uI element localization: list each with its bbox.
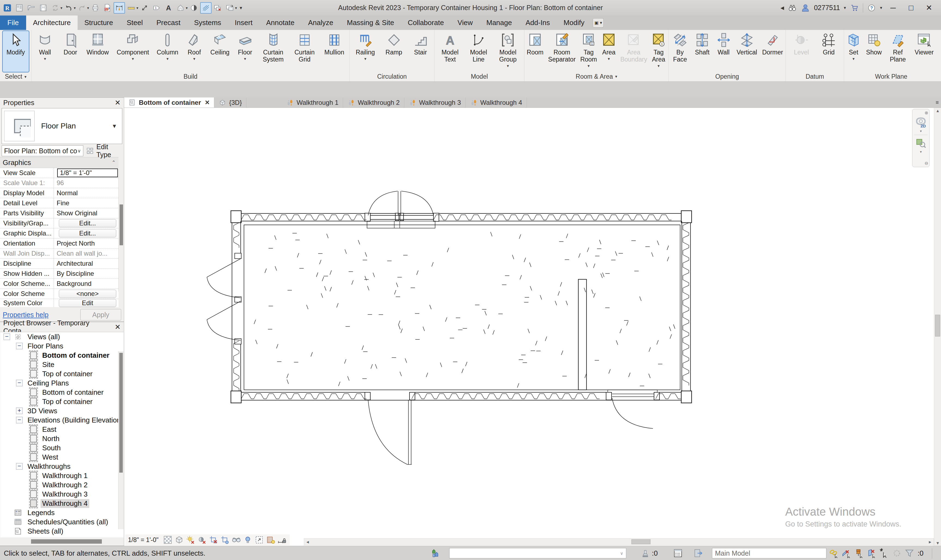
tag-room-button[interactable]: 1Tag Room▾ [578, 31, 599, 68]
view-tab-walkthrough-1[interactable]: Walkthrough 1 [282, 97, 343, 108]
redo-dropdown-icon[interactable]: ▾ [87, 6, 89, 10]
reveal-hidden-elements-icon[interactable] [243, 535, 253, 545]
crop-view-icon[interactable] [209, 535, 218, 545]
property-row[interactable]: Show Hidden ...By Discipline [0, 269, 118, 279]
view-tab-list-icon[interactable]: ≡ [936, 97, 941, 108]
navigation-bar[interactable]: ⊗ 2D ▾ ▾ ⊖ [912, 109, 930, 167]
switch-windows-dropdown-icon[interactable]: ▾ [235, 6, 237, 10]
app-store-cart-icon[interactable] [850, 3, 859, 12]
opening-by-face-button[interactable]: By Face [670, 31, 691, 63]
navbar-collapse-icon[interactable]: ⊖ [925, 161, 928, 166]
vertical-scrollbar[interactable]: ▲ ▼ [934, 108, 941, 546]
analytical-model-icon[interactable] [266, 535, 275, 545]
project-browser-close-icon[interactable]: ✕ [115, 323, 121, 331]
tree-item-sheets[interactable]: Sheets (all) [0, 526, 124, 536]
apply-button[interactable]: Apply [80, 309, 121, 320]
print-icon[interactable] [89, 2, 101, 14]
property-row[interactable]: View Scale1/8" = 1'-0" [0, 168, 118, 178]
shaft-opening-button[interactable]: Shaft [691, 31, 713, 56]
tree-item-ceiling-top[interactable]: Top of container [0, 397, 124, 406]
view-tab-walkthrough-2[interactable]: Walkthrough 2 [343, 97, 404, 108]
design-option-dropdown[interactable]: Main Model [712, 548, 826, 558]
property-row[interactable]: Display ModelNormal [0, 188, 118, 198]
column-button[interactable]: Column▾ [154, 31, 181, 61]
component-button[interactable]: Component▾ [113, 31, 153, 61]
curtain-system-button[interactable]: Curtain System [257, 31, 289, 63]
visibility-edit-button[interactable]: Edit... [59, 219, 116, 227]
tab-modify[interactable]: Modify [557, 15, 591, 30]
room-button[interactable]: Room [525, 31, 545, 56]
customize-qat-icon[interactable]: ▾ [240, 5, 242, 11]
window-button[interactable]: Window [83, 31, 112, 56]
tab-analyze[interactable]: Analyze [301, 15, 340, 30]
browser-vertical-scrollbar[interactable] [118, 351, 124, 529]
tab-structure[interactable]: Structure [78, 15, 120, 30]
view-scale-input[interactable]: 1/8" = 1'-0" [57, 169, 118, 177]
vertical-scroll-thumb[interactable] [935, 315, 940, 337]
aligned-dimension-icon[interactable] [114, 2, 125, 14]
panel-label-select[interactable]: Select▾ [0, 72, 31, 82]
sync-dropdown-icon[interactable]: ▾ [60, 6, 62, 10]
sync-icon[interactable] [49, 2, 61, 14]
section-icon[interactable] [188, 2, 200, 14]
wheel-dropdown-icon[interactable]: ▾ [920, 129, 922, 133]
instance-combo[interactable]: Floor Plan: Bottom of co∨ [2, 145, 83, 156]
navbar-close-icon[interactable]: ⊗ [925, 110, 928, 115]
mullion-button[interactable]: Mullion [320, 31, 349, 56]
horizontal-scroll-thumb[interactable] [631, 539, 650, 544]
tree-item-north[interactable]: North [0, 434, 124, 443]
tree-item-site[interactable]: Site [0, 360, 124, 369]
system-color-edit-button[interactable]: Edit [59, 299, 116, 307]
graphics-section-header[interactable]: Graphics⌃ [0, 157, 118, 168]
tag-by-category-icon[interactable]: 1 [151, 2, 162, 14]
switch-windows-icon[interactable] [224, 2, 235, 14]
room-separator-button[interactable]: Room Separator [546, 31, 578, 63]
graphic-display-edit-button[interactable]: Edit... [59, 229, 116, 237]
design-options-icon[interactable] [672, 548, 683, 558]
tree-item-east[interactable]: East [0, 425, 124, 434]
railing-button[interactable]: Railing▾ [352, 31, 379, 61]
tag-area-button[interactable]: 1Tag Area▾ [649, 31, 668, 68]
tree-item-views[interactable]: −Views (all) [0, 332, 124, 342]
dormer-opening-button[interactable]: Dormer [761, 31, 785, 56]
view-tab-bottom-of-container[interactable]: Bottom of container✕ [124, 97, 214, 108]
export-pdf-icon[interactable]: PDF [101, 2, 113, 14]
edit-type-button[interactable]: Edit Type [86, 143, 122, 159]
close-button[interactable]: ✕ [922, 3, 936, 12]
grid-button[interactable]: Grid [817, 31, 841, 56]
help-dropdown-icon[interactable]: ▾ [880, 5, 882, 10]
property-row[interactable]: Color Scheme...Background [0, 279, 118, 289]
tree-item-elevations[interactable]: −Elevations (Building Elevation [0, 415, 124, 425]
view-tab-walkthrough-4[interactable]: Walkthrough 4 [466, 97, 527, 108]
panel-label-room-area[interactable]: Room & Area▾ [524, 72, 669, 82]
tree-item-schedules[interactable]: Schedules/Quantities (all) [0, 517, 124, 526]
ref-plane-button[interactable]: Ref Plane [886, 31, 910, 63]
curtain-grid-button[interactable]: Curtain Grid [290, 31, 319, 63]
sun-path-icon[interactable] [186, 535, 195, 545]
shadows-icon[interactable] [197, 535, 207, 545]
tab-insert[interactable]: Insert [228, 15, 259, 30]
default-3d-view-icon[interactable] [175, 2, 186, 14]
tab-precast[interactable]: Precast [150, 15, 187, 30]
property-row[interactable]: Color Scheme<none> [0, 289, 118, 299]
tab-massing-site[interactable]: Massing & Site [340, 15, 401, 30]
tree-item-south[interactable]: South [0, 443, 124, 452]
tab-collaborate[interactable]: Collaborate [401, 15, 451, 30]
area-button[interactable]: Area▾ [599, 31, 618, 61]
property-row[interactable]: DisciplineArchitectural [0, 258, 118, 269]
revit-logo-icon[interactable]: R [2, 2, 13, 14]
collapse-search-icon[interactable]: ◂ [780, 3, 784, 12]
door-button[interactable]: Door [58, 31, 83, 56]
workset-dropdown[interactable]: ∨ [449, 548, 626, 558]
active-design-option-icon[interactable] [693, 548, 704, 558]
worksets-icon[interactable] [430, 548, 441, 558]
select-pinned-icon[interactable] [854, 548, 865, 558]
show-crop-region-icon[interactable] [220, 535, 230, 545]
floor-button[interactable]: Floor▾ [234, 31, 257, 61]
editing-requests-icon[interactable] [640, 548, 651, 558]
tab-steel[interactable]: Steel [120, 15, 149, 30]
tab-architecture[interactable]: Architecture [26, 15, 78, 30]
selection-filter-icon[interactable] [904, 548, 915, 558]
tree-item-bottom-of-container[interactable]: Bottom of container [0, 351, 124, 360]
measure-dropdown-icon[interactable]: ▾ [137, 6, 138, 10]
